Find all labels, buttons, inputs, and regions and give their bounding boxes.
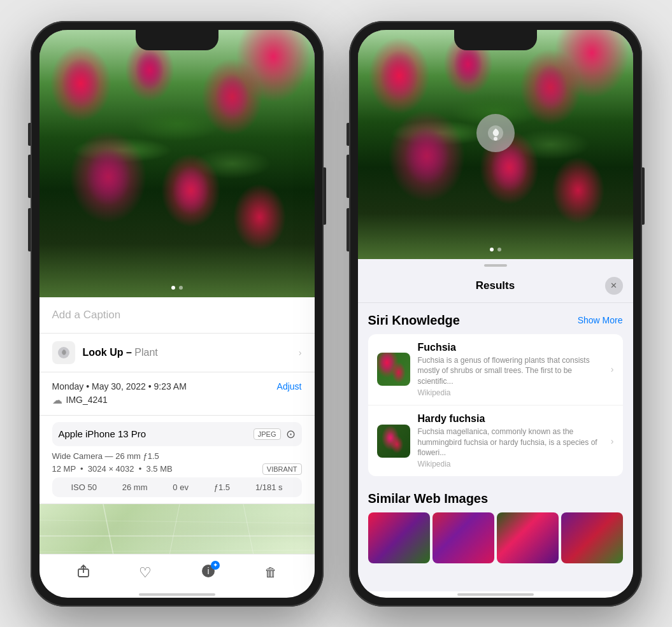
date-row: Monday • May 30, 2022 • 9:23 AM Adjust bbox=[52, 381, 302, 391]
iso-value: ISO 50 bbox=[71, 483, 96, 492]
volume-up-button-2 bbox=[347, 155, 349, 198]
device-section: Apple iPhone 13 Pro JPEG ⊙ Wide Camera —… bbox=[39, 416, 315, 504]
mute-button bbox=[28, 123, 31, 146]
photo-date: Monday • May 30, 2022 • 9:23 AM bbox=[52, 381, 187, 391]
similar-img-4[interactable] bbox=[561, 512, 623, 563]
cloud-icon: ☁ bbox=[52, 394, 62, 406]
fuchsia-info: Fuchsia Fuchsia is a genus of flowering … bbox=[418, 342, 603, 397]
notch bbox=[136, 30, 218, 50]
svg-line-3 bbox=[167, 504, 180, 554]
fuchsia-chevron: › bbox=[611, 364, 614, 374]
adjust-button[interactable]: Adjust bbox=[277, 381, 302, 391]
home-bar-2 bbox=[457, 593, 534, 596]
phone-1-screen: Add a Caption Look Up – Plant › bbox=[39, 30, 315, 598]
phone-1-frame: Add a Caption Look Up – Plant › bbox=[31, 21, 324, 607]
lookup-chevron: › bbox=[299, 348, 302, 358]
map-area[interactable] bbox=[39, 504, 315, 554]
filename-row: ☁ IMG_4241 bbox=[52, 394, 302, 406]
flower-image bbox=[39, 30, 315, 297]
specs-row: 12 MP • 3024 × 4032 • 3.5 MB VIBRANT bbox=[52, 463, 302, 475]
volume-down-button-2 bbox=[347, 208, 349, 251]
dot-2-1 bbox=[490, 248, 494, 251]
svg-text:i: i bbox=[207, 566, 209, 576]
phone-2-frame: Results ✕ Siri Knowledge Show More bbox=[349, 21, 642, 607]
home-bar bbox=[139, 593, 215, 596]
device-name: Apple iPhone 13 Pro bbox=[59, 428, 147, 439]
share-button[interactable] bbox=[76, 564, 90, 582]
location-icon: ⊙ bbox=[286, 427, 296, 441]
filename: IMG_4241 bbox=[66, 395, 108, 405]
siri-knowledge-title: Siri Knowledge bbox=[368, 313, 460, 328]
caption-placeholder[interactable]: Add a Caption bbox=[52, 309, 121, 321]
similar-images-section: Similar Web Images bbox=[358, 481, 633, 568]
fuchsia-thumbnail bbox=[377, 353, 410, 386]
results-header: Results ✕ bbox=[358, 272, 633, 303]
shutter-value: 1/181 s bbox=[255, 483, 283, 492]
knowledge-item-hardy[interactable]: Hardy fuchsia Fuchsia magellanica, commo… bbox=[368, 405, 623, 476]
power-button bbox=[324, 167, 326, 225]
phones-container: Add a Caption Look Up – Plant › bbox=[31, 21, 642, 607]
results-panel: Results ✕ Siri Knowledge Show More bbox=[358, 259, 633, 591]
format-badge: JPEG bbox=[254, 428, 281, 440]
similar-img-1[interactable] bbox=[368, 512, 430, 563]
visual-lookup-button[interactable] bbox=[476, 114, 515, 152]
hardy-description: Fuchsia magellanica, commonly known as t… bbox=[418, 426, 603, 458]
device-row: Apple iPhone 13 Pro JPEG ⊙ bbox=[52, 422, 302, 446]
svg-line-2 bbox=[103, 504, 116, 554]
dot-2-2 bbox=[497, 248, 501, 251]
delete-button[interactable]: 🗑 bbox=[264, 565, 277, 580]
hardy-name: Hardy fuchsia bbox=[418, 413, 603, 425]
photo-page-dots-2 bbox=[490, 248, 501, 251]
hardy-thumbnail bbox=[377, 425, 410, 458]
notch-2 bbox=[454, 30, 537, 50]
hardy-chevron: › bbox=[611, 436, 614, 446]
volume-up-button bbox=[28, 155, 31, 198]
home-indicator-2 bbox=[358, 594, 633, 598]
fuchsia-description: Fuchsia is a genus of flowering plants t… bbox=[418, 355, 603, 387]
svg-line-4 bbox=[243, 504, 256, 554]
hardy-info: Hardy fuchsia Fuchsia magellanica, commo… bbox=[418, 413, 603, 468]
exif-row: ISO 50 26 mm 0 ev ƒ1.5 1/181 s bbox=[52, 477, 302, 497]
results-title: Results bbox=[386, 279, 605, 292]
phone-2-screen: Results ✕ Siri Knowledge Show More bbox=[358, 30, 633, 598]
similar-img-3[interactable] bbox=[497, 512, 559, 563]
camera-specs: Wide Camera — 26 mm ƒ1.5 bbox=[52, 451, 302, 461]
siri-knowledge-header: Siri Knowledge Show More bbox=[368, 313, 623, 328]
home-indicator bbox=[39, 594, 315, 598]
knowledge-item-fuchsia[interactable]: Fuchsia Fuchsia is a genus of flowering … bbox=[368, 334, 623, 405]
similar-title: Similar Web Images bbox=[368, 491, 489, 506]
lookup-row[interactable]: Look Up – Plant › bbox=[39, 334, 315, 372]
show-more-button[interactable]: Show More bbox=[578, 315, 623, 325]
bottom-toolbar: ♡ i ✦ 🗑 bbox=[39, 554, 315, 591]
photo-page-dots bbox=[171, 286, 183, 290]
lookup-indicator-dot bbox=[494, 137, 497, 141]
dot-2 bbox=[179, 286, 183, 290]
metadata-section: Monday • May 30, 2022 • 9:23 AM Adjust ☁… bbox=[39, 372, 315, 416]
focal-value: 26 mm bbox=[122, 483, 148, 492]
style-badge: VIBRANT bbox=[262, 463, 302, 475]
svg-line-6 bbox=[39, 550, 315, 552]
volume-down-button bbox=[28, 208, 31, 251]
hardy-source: Wikipedia bbox=[418, 460, 603, 468]
lookup-label: Look Up – Plant bbox=[83, 347, 158, 358]
info-badge: ✦ bbox=[211, 561, 220, 570]
ev-value: 0 ev bbox=[173, 483, 189, 492]
power-button-2 bbox=[642, 167, 645, 225]
similar-img-2[interactable] bbox=[433, 512, 494, 563]
like-button[interactable]: ♡ bbox=[139, 565, 152, 581]
knowledge-card: Fuchsia Fuchsia is a genus of flowering … bbox=[368, 334, 623, 477]
mp-spec: 12 MP • 3024 × 4032 • 3.5 MB bbox=[52, 464, 173, 474]
caption-area[interactable]: Add a Caption bbox=[39, 297, 315, 334]
info-button[interactable]: i ✦ bbox=[201, 563, 216, 582]
photo-display bbox=[39, 30, 315, 297]
device-badges: JPEG ⊙ bbox=[254, 427, 296, 441]
close-button[interactable]: ✕ bbox=[605, 277, 623, 295]
drag-handle[interactable] bbox=[358, 259, 633, 272]
svg-line-5 bbox=[39, 520, 315, 523]
fuchsia-source: Wikipedia bbox=[418, 388, 603, 397]
similar-header: Similar Web Images bbox=[368, 491, 623, 506]
siri-knowledge-section: Siri Knowledge Show More Fuchsia Fuchsia… bbox=[358, 303, 633, 482]
aperture-value: ƒ1.5 bbox=[214, 483, 230, 492]
dot-1 bbox=[171, 286, 175, 290]
photo-display-2 bbox=[358, 30, 633, 259]
